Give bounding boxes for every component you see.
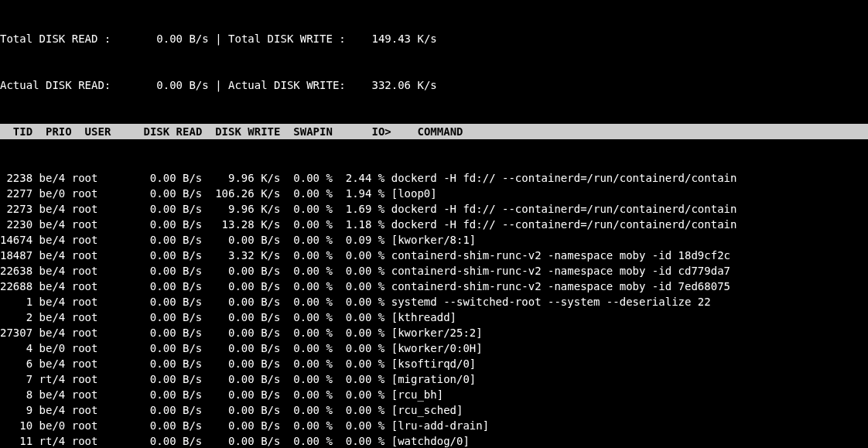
separator: | <box>209 79 228 91</box>
process-row[interactable]: 9 be/4 root 0.00 B/s 0.00 B/s 0.00 % 0.0… <box>0 402 868 418</box>
summary-line-2: Actual DISK READ: 0.00 B/s | Actual DISK… <box>0 77 868 93</box>
summary-line-1: Total DISK READ : 0.00 B/s | Total DISK … <box>0 31 868 46</box>
process-row[interactable]: 22688 be/4 root 0.00 B/s 0.00 B/s 0.00 %… <box>0 279 868 294</box>
col-io[interactable]: IO> <box>339 125 391 138</box>
actual-disk-read-label: Actual DISK READ: <box>0 79 156 91</box>
actual-disk-write-label: Actual DISK WRITE: <box>228 79 371 91</box>
total-disk-write-label: Total DISK WRITE : <box>228 32 371 45</box>
col-user[interactable]: USER <box>72 125 137 138</box>
process-row[interactable]: 4 be/0 root 0.00 B/s 0.00 B/s 0.00 % 0.0… <box>0 340 868 356</box>
col-tid[interactable]: TID <box>0 125 32 138</box>
process-row[interactable]: 1 be/4 root 0.00 B/s 0.00 B/s 0.00 % 0.0… <box>0 294 868 309</box>
process-row[interactable]: 18487 be/4 root 0.00 B/s 3.32 K/s 0.00 %… <box>0 248 868 263</box>
process-row[interactable]: 2238 be/4 root 0.00 B/s 9.96 K/s 0.00 % … <box>0 170 868 186</box>
process-row[interactable]: 10 be/0 root 0.00 B/s 0.00 B/s 0.00 % 0.… <box>0 418 868 433</box>
column-header-row[interactable]: TID PRIO USER DISK READ DISK WRITE SWAPI… <box>0 124 868 139</box>
actual-disk-read-value: 0.00 B/s <box>156 79 208 91</box>
process-row[interactable]: 27307 be/4 root 0.00 B/s 0.00 B/s 0.00 %… <box>0 325 868 340</box>
col-write[interactable]: DISK WRITE <box>209 125 287 138</box>
col-prio[interactable]: PRIO <box>32 125 72 138</box>
total-disk-read-value: 0.00 B/s <box>156 32 208 45</box>
process-row[interactable]: 7 rt/4 root 0.00 B/s 0.00 B/s 0.00 % 0.0… <box>0 371 868 387</box>
actual-disk-write-value: 332.06 K/s <box>371 79 436 91</box>
total-disk-read-label: Total DISK READ : <box>0 32 156 45</box>
process-row[interactable]: 2 be/4 root 0.00 B/s 0.00 B/s 0.00 % 0.0… <box>0 309 868 325</box>
process-table: 2238 be/4 root 0.00 B/s 9.96 K/s 0.00 % … <box>0 170 868 448</box>
col-command[interactable]: COMMAND <box>391 125 868 138</box>
separator: | <box>209 32 228 45</box>
col-swapin[interactable]: SWAPIN <box>287 125 339 138</box>
process-row[interactable]: 22638 be/4 root 0.00 B/s 0.00 B/s 0.00 %… <box>0 263 868 279</box>
process-row[interactable]: 8 be/4 root 0.00 B/s 0.00 B/s 0.00 % 0.0… <box>0 387 868 402</box>
process-row[interactable]: 6 be/4 root 0.00 B/s 0.00 B/s 0.00 % 0.0… <box>0 356 868 371</box>
iotop-window: Total DISK READ : 0.00 B/s | Total DISK … <box>0 0 868 448</box>
process-row[interactable]: 2277 be/0 root 0.00 B/s 106.26 K/s 0.00 … <box>0 186 868 201</box>
process-row[interactable]: 2230 be/4 root 0.00 B/s 13.28 K/s 0.00 %… <box>0 217 868 232</box>
total-disk-write-value: 149.43 K/s <box>371 32 436 45</box>
col-read[interactable]: DISK READ <box>137 125 209 138</box>
process-row[interactable]: 14674 be/4 root 0.00 B/s 0.00 B/s 0.00 %… <box>0 232 868 248</box>
process-row[interactable]: 11 rt/4 root 0.00 B/s 0.00 B/s 0.00 % 0.… <box>0 433 868 448</box>
process-row[interactable]: 2273 be/4 root 0.00 B/s 9.96 K/s 0.00 % … <box>0 201 868 217</box>
